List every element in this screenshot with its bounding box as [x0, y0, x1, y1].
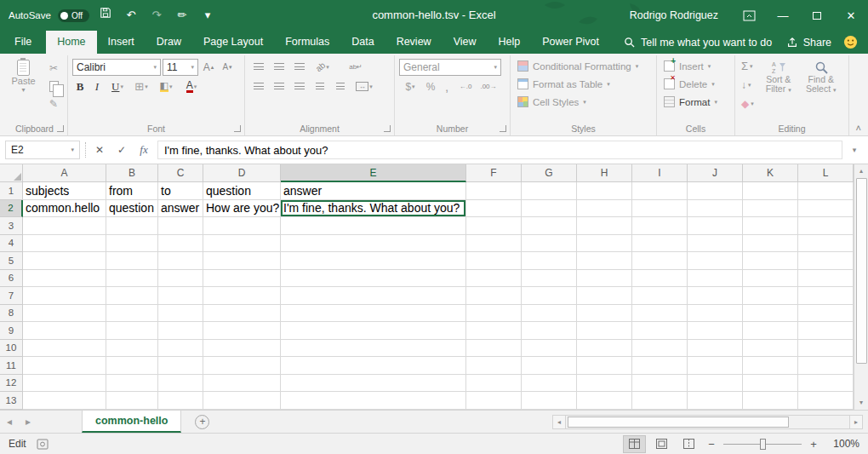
cell-J6[interactable]	[688, 270, 743, 288]
cell-J8[interactable]	[688, 305, 743, 323]
horizontal-scroll-track[interactable]	[566, 415, 849, 429]
cell-B1[interactable]: from	[106, 182, 158, 200]
orientation-button[interactable]: ab▾	[311, 59, 334, 76]
cell-D10[interactable]	[203, 340, 281, 358]
cell-B10[interactable]	[106, 340, 158, 358]
conditional-formatting-button[interactable]: Conditional Formatting ▾	[515, 57, 652, 75]
cell-B3[interactable]	[106, 217, 158, 235]
cell-A2[interactable]: common.hello	[23, 200, 106, 218]
cell-A1[interactable]: subjects	[23, 182, 106, 200]
column-header-K[interactable]: K	[743, 164, 798, 182]
cell-L12[interactable]	[798, 375, 854, 393]
select-all-button[interactable]	[0, 164, 23, 182]
cell-L8[interactable]	[798, 305, 854, 323]
sheet-nav-left-button[interactable]: ◂	[0, 416, 19, 428]
scroll-right-button[interactable]: ▸	[849, 415, 863, 429]
align-middle-button[interactable]	[270, 59, 288, 76]
cell-K5[interactable]	[743, 252, 798, 270]
cell-J5[interactable]	[688, 252, 743, 270]
cell-F12[interactable]	[466, 375, 522, 393]
cancel-entry-button[interactable]: ✕	[91, 144, 108, 156]
cell-C9[interactable]	[158, 322, 203, 340]
cell-K4[interactable]	[743, 235, 798, 253]
cell-J9[interactable]	[688, 322, 743, 340]
cell-L3[interactable]	[798, 217, 854, 235]
page-layout-view-button[interactable]	[651, 436, 672, 452]
row-header-7[interactable]: 7	[0, 287, 23, 305]
clear-button[interactable]: ◆▾	[740, 95, 756, 112]
cell-A5[interactable]	[23, 252, 106, 270]
column-header-G[interactable]: G	[522, 164, 577, 182]
cell-G8[interactable]	[522, 305, 577, 323]
macro-record-button[interactable]	[37, 439, 49, 450]
cell-I8[interactable]	[632, 305, 688, 323]
cell-A3[interactable]	[23, 217, 106, 235]
cell-E13[interactable]	[281, 392, 466, 410]
cell-G6[interactable]	[522, 270, 577, 288]
row-header-3[interactable]: 3	[0, 217, 23, 235]
column-header-F[interactable]: F	[466, 164, 522, 182]
decrease-decimal-button[interactable]: .00→	[477, 78, 500, 95]
cell-I3[interactable]	[632, 217, 688, 235]
cell-J3[interactable]	[688, 217, 743, 235]
cell-K3[interactable]	[743, 217, 798, 235]
cell-L2[interactable]	[798, 200, 854, 218]
cell-I9[interactable]	[632, 322, 688, 340]
cell-F4[interactable]	[466, 235, 522, 253]
cell-H11[interactable]	[577, 357, 632, 375]
cell-F5[interactable]	[466, 252, 522, 270]
cell-K11[interactable]	[743, 357, 798, 375]
cell-J2[interactable]	[688, 200, 743, 218]
number-dialog-launcher[interactable]	[500, 125, 506, 132]
cell-A13[interactable]	[23, 392, 106, 410]
row-header-8[interactable]: 8	[0, 305, 23, 323]
align-bottom-button[interactable]	[290, 59, 309, 76]
ribbon-tab-formulas[interactable]: Formulas	[274, 31, 340, 54]
cell-B4[interactable]	[106, 235, 158, 253]
page-break-view-button[interactable]	[678, 436, 700, 452]
cell-C10[interactable]	[158, 340, 203, 358]
cell-K7[interactable]	[743, 287, 798, 305]
cell-G13[interactable]	[522, 392, 577, 410]
redo-button[interactable]: ↷	[147, 0, 166, 31]
sheet-tab-common-hello[interactable]: common-hello	[82, 411, 181, 433]
column-header-E[interactable]: E	[281, 164, 466, 182]
cell-C1[interactable]: to	[158, 182, 203, 200]
paste-dropdown-icon[interactable]: ▾	[21, 87, 25, 94]
cell-K12[interactable]	[743, 375, 798, 393]
cell-C2[interactable]: answer	[158, 200, 203, 218]
cell-I12[interactable]	[632, 375, 688, 393]
number-format-select[interactable]: General ▾	[399, 59, 501, 76]
cell-J13[interactable]	[688, 392, 743, 410]
align-right-button[interactable]	[290, 78, 309, 95]
align-top-button[interactable]	[249, 59, 268, 76]
cell-D5[interactable]	[203, 252, 281, 270]
maximize-button[interactable]	[800, 0, 834, 31]
insert-cells-button[interactable]: Insert ▾	[661, 57, 730, 75]
cell-E10[interactable]	[281, 340, 466, 358]
vertical-scroll-thumb[interactable]	[856, 178, 867, 364]
row-header-5[interactable]: 5	[0, 252, 23, 270]
cell-E12[interactable]	[281, 375, 466, 393]
row-header-6[interactable]: 6	[0, 270, 23, 288]
cell-K6[interactable]	[743, 270, 798, 288]
tell-me-search[interactable]: Tell me what you want to do	[624, 31, 772, 54]
cell-C5[interactable]	[158, 252, 203, 270]
cell-C11[interactable]	[158, 357, 203, 375]
clipboard-dialog-launcher[interactable]	[57, 125, 64, 132]
column-header-B[interactable]: B	[106, 164, 158, 182]
save-button[interactable]	[96, 0, 115, 31]
cell-I4[interactable]	[632, 235, 688, 253]
ribbon-tab-power-pivot[interactable]: Power Pivot	[531, 31, 610, 54]
font-dialog-launcher[interactable]	[234, 125, 241, 132]
fill-button[interactable]: ↓▾	[740, 76, 756, 94]
cell-L5[interactable]	[798, 252, 854, 270]
row-header-4[interactable]: 4	[0, 235, 23, 253]
cell-K8[interactable]	[743, 305, 798, 323]
cell-H8[interactable]	[577, 305, 632, 323]
horizontal-scrollbar[interactable]: ◂ ▸	[552, 415, 863, 429]
user-name[interactable]: Rodrigo Rodriguez	[630, 9, 718, 21]
comma-style-button[interactable]: ,	[440, 78, 454, 95]
cell-I1[interactable]	[632, 182, 688, 200]
cell-C3[interactable]	[158, 217, 203, 235]
